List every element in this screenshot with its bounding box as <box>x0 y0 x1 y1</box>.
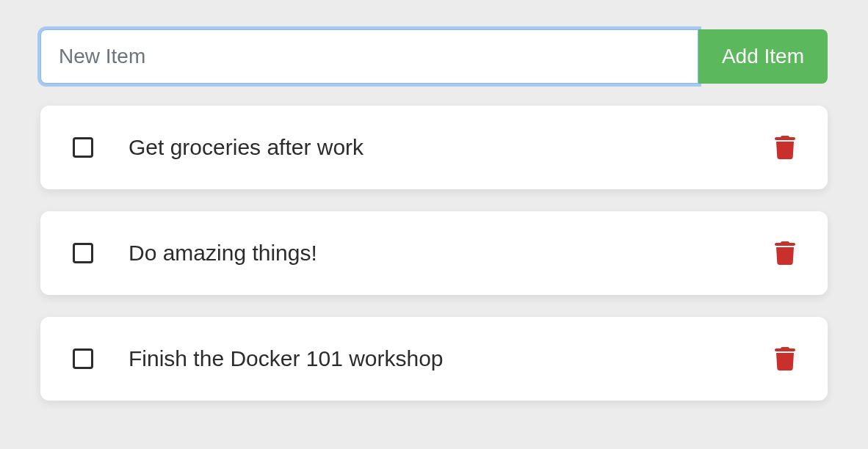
trash-icon[interactable] <box>775 347 795 370</box>
todo-list: Get groceries after work Do amazing thin… <box>40 106 828 401</box>
trash-icon[interactable] <box>775 241 795 265</box>
new-item-input[interactable] <box>40 29 698 84</box>
list-item: Get groceries after work <box>40 106 828 189</box>
item-checkbox[interactable] <box>73 137 93 158</box>
list-item: Do amazing things! <box>40 211 828 295</box>
item-label: Do amazing things! <box>129 241 775 266</box>
item-checkbox[interactable] <box>73 348 93 369</box>
list-item: Finish the Docker 101 workshop <box>40 317 828 401</box>
add-item-button[interactable]: Add Item <box>698 29 828 84</box>
trash-icon[interactable] <box>775 136 795 159</box>
add-item-form: Add Item <box>40 29 828 84</box>
item-label: Finish the Docker 101 workshop <box>129 346 775 371</box>
item-checkbox[interactable] <box>73 243 93 263</box>
item-label: Get groceries after work <box>129 135 775 160</box>
